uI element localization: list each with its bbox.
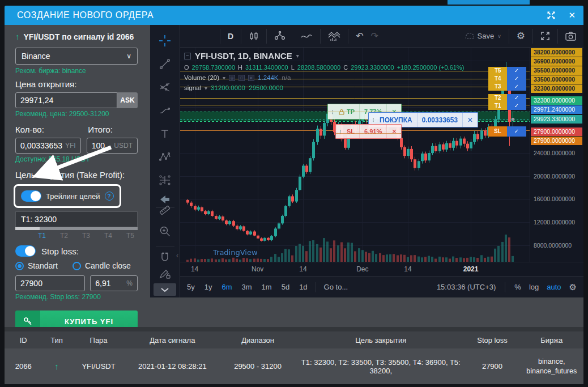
table-header-cell[interactable]: Дата сигнала (126, 336, 219, 345)
auto-scale-button[interactable]: auto (547, 283, 561, 291)
save-button[interactable]: Save ∨ (458, 25, 509, 48)
price-axis-label: 32300.0000000 (531, 96, 582, 105)
time-axis-tick: 14 (404, 265, 411, 273)
stop-loss-input[interactable]: 27900 (15, 275, 85, 291)
target-tab-t3[interactable]: T3 (82, 232, 90, 240)
radio-candle-close[interactable]: Candle close (73, 261, 131, 270)
range-button-5y[interactable]: 5y (187, 283, 195, 291)
stop-loss-tag[interactable]: ⋮ SL 6.91% ✕ (335, 124, 402, 139)
trailing-targets-toggle[interactable] (21, 190, 41, 202)
table-header-cell[interactable]: ID (5, 336, 42, 345)
volume-label[interactable]: Volume (20) (184, 74, 219, 81)
level-tag-checkbox[interactable]: ✓ (507, 83, 526, 91)
signal-dropdown-icon[interactable]: ▾ (204, 85, 207, 91)
indicators-button[interactable] (321, 25, 348, 48)
snapshot-camera-icon[interactable] (558, 25, 583, 48)
stop-loss-percent-input[interactable]: 6,91 % (90, 275, 138, 291)
table-header-cell[interactable]: Диапазон (219, 336, 297, 345)
close-icon[interactable]: ✕ (568, 10, 576, 20)
level-tag-checkbox[interactable]: ✓ (507, 67, 526, 75)
chart-plot[interactable]: − YFI-USDT, 1D, BINANCE ▾ O29758.7300000… (180, 48, 583, 262)
text-tool-icon[interactable] (158, 127, 172, 141)
crosshair-tool-icon[interactable] (158, 34, 172, 48)
goto-button[interactable]: Go to... (324, 283, 348, 291)
symbol-title[interactable]: YFI-USDT, 1D, BINANCE (195, 51, 292, 61)
interval-button[interactable]: D (220, 25, 241, 48)
range-button-1y[interactable]: 1y (204, 283, 212, 291)
axis-settings-gear-icon[interactable]: ⚙ (569, 282, 577, 292)
xabcd-pattern-tool-icon[interactable] (158, 150, 172, 164)
clock-readout[interactable]: 15:03:36 (UTC+3) (437, 283, 496, 291)
symbol-dropdown-icon[interactable]: ▾ (296, 53, 299, 59)
level-tag-checkbox[interactable]: ✓ (507, 126, 526, 137)
brush-tool-icon[interactable] (158, 104, 172, 117)
total-input[interactable]: 100 USDT (87, 138, 138, 154)
zoom-in-tool-icon[interactable] (158, 224, 172, 238)
target-tab-t4[interactable]: T4 (104, 232, 112, 240)
log-scale-button[interactable]: log (529, 283, 539, 291)
radio-standart[interactable]: Standart (15, 261, 58, 270)
lock-drawings-tool-icon[interactable] (158, 267, 172, 280)
target-tab-t2[interactable]: T2 (60, 232, 68, 240)
table-header-cell[interactable]: Stop loss (465, 336, 519, 345)
hide-toolbar-button[interactable] (154, 283, 176, 296)
ask-button[interactable]: ASK (117, 92, 138, 108)
help-icon[interactable]: ? (105, 192, 114, 201)
percent-scale-button[interactable]: % (514, 283, 521, 291)
gann-fibonacci-tool-icon[interactable] (158, 80, 172, 94)
fullscreen-button[interactable] (533, 25, 557, 48)
sl-close-icon[interactable]: ✕ (386, 125, 401, 138)
table-header-cell[interactable]: Тип (42, 336, 71, 345)
study-close-icon[interactable]: ✕ (248, 75, 254, 81)
exchange-select[interactable]: Binance ∨ (15, 48, 138, 65)
compare-button[interactable] (267, 25, 293, 48)
price-axis-label: 27900.0000000 (531, 137, 582, 145)
range-button-1d[interactable]: 1d (299, 283, 307, 291)
table-header-cell[interactable]: Цель закрытия (297, 336, 465, 345)
target-value-field[interactable]: T1: 32300 (15, 211, 138, 227)
table-header-cell[interactable]: Пара (71, 336, 126, 345)
price-axis[interactable]: 38200.000000036900.000000035500.00000003… (530, 48, 583, 262)
chart-style-button[interactable] (241, 25, 266, 48)
redo-icon[interactable]: ↷ (371, 25, 386, 48)
toolbar-collapse-handle[interactable]: ‹ (176, 252, 178, 260)
undo-icon[interactable]: ↶ (348, 25, 370, 48)
expand-icon[interactable] (547, 11, 556, 20)
buy-close-icon[interactable]: ✕ (462, 113, 478, 127)
trend-line-tool-icon[interactable] (158, 57, 172, 71)
measure-tool-icon[interactable] (158, 203, 172, 217)
drag-handle-icon[interactable]: ⋮ (369, 117, 375, 123)
target-slider[interactable] (15, 227, 138, 230)
drag-handle-icon[interactable]: ⋮ (336, 129, 342, 135)
range-button-6m[interactable]: 6m (221, 283, 232, 291)
time-axis[interactable]: 14Nov14Dec142021 (180, 262, 583, 276)
target-tab-t5[interactable]: T5 (126, 232, 134, 240)
study-settings-icon[interactable]: □ (238, 75, 245, 81)
level-tag-checkbox[interactable]: ✓ (507, 102, 526, 110)
range-button-3m[interactable]: 3m (242, 283, 252, 291)
level-tag-checkbox[interactable]: ✓ (507, 75, 526, 83)
legend-collapse-icon[interactable]: − (184, 53, 191, 59)
level-tag-t3: T3✓ (488, 83, 526, 91)
table-row[interactable]: 2066 ↑ YFI/USDT 2021-01-12 08:28:21 2950… (5, 348, 583, 384)
magnet-tool-icon[interactable] (158, 251, 172, 265)
long-type-arrow-icon: ↑ (42, 362, 71, 371)
level-tag-checkbox[interactable]: ✓ (507, 94, 526, 102)
table-header-cell[interactable]: Биржа (520, 336, 583, 345)
chart-settings-gear-icon[interactable]: ⚙ (509, 25, 532, 48)
price-axis-label: 29971.2400000 (531, 105, 582, 114)
signal-label[interactable]: signal (184, 84, 201, 91)
range-button-5d[interactable]: 5d (282, 283, 289, 291)
quantity-input[interactable]: 0,00333653 YFI (15, 138, 81, 154)
forecast-tool-icon[interactable] (158, 173, 172, 187)
drag-handle-icon[interactable]: ⋮ (328, 109, 334, 115)
range-button-1m[interactable]: 1m (262, 283, 272, 291)
volume-dropdown-icon[interactable]: ▾ (223, 75, 225, 81)
line-style-button[interactable] (293, 25, 320, 48)
trailing-targets-highlight-box: Трейлинг целей ? (14, 184, 121, 208)
stop-loss-toggle[interactable] (15, 245, 36, 257)
target-tab-t1[interactable]: T1 (38, 232, 46, 240)
open-price-input[interactable]: 29971,24 (15, 92, 117, 108)
quantity-value: 0,00333653 (20, 141, 62, 150)
study-eye-icon[interactable]: ◎ (229, 75, 235, 81)
